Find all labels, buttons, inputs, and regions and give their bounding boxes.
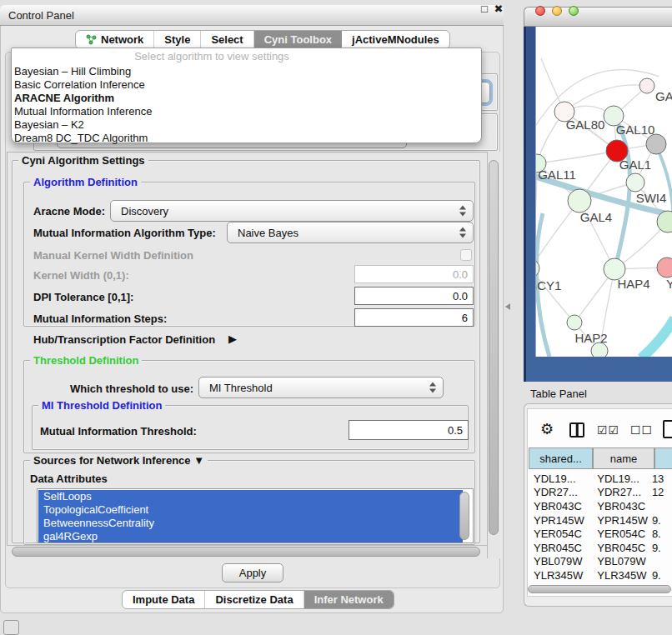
kernel-width-label: Kernel Width (0,1):	[33, 269, 129, 282]
network-node[interactable]	[567, 315, 582, 330]
mi-steps-label: Mutual Information Steps:	[33, 312, 167, 325]
popup-item-dream8[interactable]: Dream8 DC_TDC Algorithm	[14, 132, 148, 145]
tab-label: Select	[211, 33, 243, 46]
mi-threshold-label: Mutual Information Threshold:	[40, 425, 197, 438]
select-columns-checked-icon[interactable]: ☑☑	[597, 423, 619, 437]
node-label: Y	[666, 277, 672, 291]
combo-stepper-icon	[459, 228, 467, 238]
algorithm-dropdown-popup: Select algorithm to view settings Bayesi…	[11, 48, 482, 143]
popup-item-aracne[interactable]: ARACNE Algorithm	[14, 92, 114, 105]
which-threshold-value: MI Threshold	[209, 382, 273, 394]
tab-network[interactable]: Network	[76, 31, 154, 48]
control-panel-tabbar: Network Style Select Cyni Toolbox jActiv…	[75, 30, 450, 49]
node-label: GCY1	[536, 278, 561, 292]
node-label: HAP2	[574, 331, 607, 345]
network-window-titlebar	[524, 7, 672, 27]
tab-jactivemnodules[interactable]: jActiveMNodules	[342, 31, 449, 48]
aracne-mode-combo[interactable]: Discovery	[110, 200, 474, 222]
network-graph: GAL GAL80 GAL10 GAL1 GAL11 SWI4 GAL4 GCY…	[536, 27, 672, 357]
network-node[interactable]	[657, 258, 672, 278]
tab-discretize-data[interactable]: Discretize Data	[205, 591, 303, 608]
network-node[interactable]	[626, 173, 644, 192]
table-row[interactable]: YDL19...YDL19...13	[527, 472, 672, 486]
popup-item-bayesian-hill-climbing[interactable]: Bayesian – Hill Climbing	[14, 65, 131, 78]
popup-item-basic-correlation[interactable]: Basic Correlation Inference	[14, 78, 145, 92]
mi-threshold-field[interactable]: 0.5	[349, 420, 469, 440]
column-header-name[interactable]: name	[593, 448, 654, 469]
tab-impute-data[interactable]: Impute Data	[123, 591, 205, 608]
apply-button-label: Apply	[239, 567, 267, 579]
node-label: GAL11	[538, 168, 576, 182]
table-row[interactable]: YPR145WYPR145W9.	[527, 513, 672, 528]
tab-label: Style	[164, 33, 190, 46]
table-row[interactable]: YIL052CYIL052C9	[527, 582, 672, 584]
dpi-tolerance-label: DPI Tolerance [0,1]:	[33, 291, 133, 303]
data-attributes-label: Data Attributes	[30, 472, 108, 485]
mi-steps-field[interactable]: 6	[354, 308, 474, 327]
tab-infer-network[interactable]: Infer Network	[304, 591, 394, 608]
column-header-shared-name[interactable]: shared...	[529, 448, 593, 469]
table-horizontal-scrollbar-thumb[interactable]	[528, 585, 671, 593]
mi-threshold-title: MI Threshold Definition	[38, 399, 165, 412]
mi-type-value: Naive Bayes	[238, 227, 298, 239]
panel-resize-handle-icon[interactable]	[505, 303, 510, 310]
close-panel-icon[interactable]: ✖	[492, 2, 505, 15]
column-header-clipped[interactable]	[654, 448, 672, 469]
table-row[interactable]: YDR27...YDR27...12	[527, 486, 672, 500]
table-row[interactable]: YBR043CYBR043C	[527, 499, 672, 513]
expand-right-icon[interactable]: ▶	[228, 332, 237, 345]
corner-widget-button[interactable]	[3, 620, 19, 635]
table-row[interactable]: YBL079WYBL079W	[527, 555, 672, 569]
tab-cyni-toolbox[interactable]: Cyni Toolbox	[254, 31, 342, 48]
tab-label: Cyni Toolbox	[264, 33, 332, 46]
data-attributes-list[interactable]: SelfLoops TopologicalCoefficient Between…	[37, 488, 474, 543]
network-node[interactable]	[568, 189, 591, 212]
settings-horizontal-scrollbar-thumb[interactable]	[12, 547, 480, 557]
dpi-tolerance-field[interactable]: 0.0	[354, 287, 474, 305]
table-row[interactable]: YLR345WYLR345W9.	[527, 568, 672, 582]
mi-type-combo[interactable]: Naive Bayes	[227, 222, 474, 243]
list-item[interactable]: BetweennessCentrality	[38, 517, 463, 530]
sources-title-text: Sources for Network Inference	[33, 454, 191, 467]
tab-style[interactable]: Style	[154, 31, 201, 48]
which-threshold-label: Which threshold to use:	[70, 382, 193, 395]
split-columns-icon[interactable]	[569, 422, 584, 438]
settings-vertical-scrollbar-thumb[interactable]	[489, 160, 499, 535]
tab-label: Impute Data	[133, 593, 194, 606]
network-node[interactable]	[646, 134, 666, 154]
dpi-tolerance-value: 0.0	[453, 290, 468, 302]
select-columns-unchecked-icon[interactable]: ☐☐	[630, 423, 653, 437]
algorithm-definition-title: Algorithm Definition	[30, 176, 141, 188]
table-row[interactable]: YBR045CYBR045C9.	[527, 541, 672, 555]
hub-definition-label[interactable]: Hub/Transcription Factor Definition	[33, 333, 215, 346]
popup-item-bayesian-k2[interactable]: Bayesian – K2	[14, 118, 84, 132]
node-label: GAL80	[566, 118, 605, 132]
control-panel-titlebar: Control Panel	[0, 5, 504, 26]
list-item[interactable]: TopologicalCoefficient	[38, 503, 463, 517]
list-scrollbar-thumb[interactable]	[459, 492, 469, 540]
gear-icon[interactable]: ⚙	[540, 420, 554, 438]
popup-item-mutual-information[interactable]: Mutual Information Inference	[14, 105, 152, 118]
tab-label: jActiveMNodules	[352, 33, 439, 46]
minimize-window-icon[interactable]	[552, 6, 562, 16]
which-threshold-combo[interactable]: MI Threshold	[198, 377, 444, 398]
close-window-icon[interactable]	[535, 6, 545, 16]
network-node-labels: GAL GAL80 GAL10 GAL1 GAL11 SWI4 GAL4 GCY…	[536, 89, 672, 345]
list-item[interactable]: SelfLoops	[38, 490, 463, 503]
network-canvas[interactable]: GAL GAL80 GAL10 GAL1 GAL11 SWI4 GAL4 GCY…	[535, 27, 672, 357]
table-row[interactable]: YER054CYER054C8.	[527, 527, 672, 541]
float-panel-icon[interactable]: □	[478, 2, 491, 15]
sources-title[interactable]: Sources for Network Inference ▼	[30, 454, 208, 467]
table-panel-title: Table Panel	[530, 388, 587, 400]
control-panel-title: Control Panel	[8, 9, 74, 22]
list-item[interactable]: gal4RGexp	[38, 530, 463, 543]
node-label: GAL	[655, 89, 672, 103]
document-icon[interactable]	[663, 420, 672, 438]
tab-label: Discretize Data	[215, 593, 293, 606]
apply-button[interactable]: Apply	[222, 563, 283, 582]
zoom-window-icon[interactable]	[569, 6, 579, 16]
aracne-mode-value: Discovery	[121, 205, 168, 218]
tab-label: Infer Network	[314, 593, 384, 606]
network-node[interactable]	[639, 78, 654, 93]
tab-select[interactable]: Select	[201, 31, 253, 48]
